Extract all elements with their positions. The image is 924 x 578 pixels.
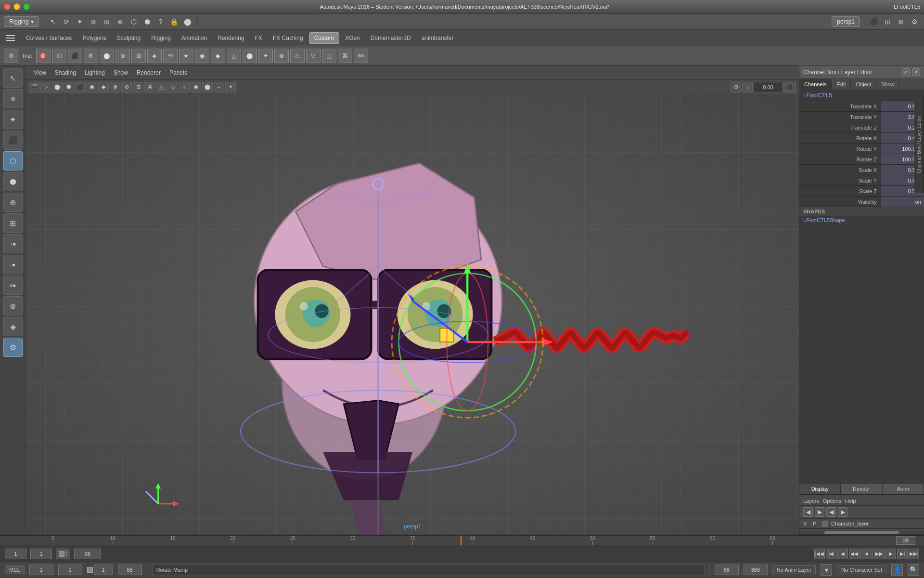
shelf-icon-17[interactable]: ◇: [290, 49, 305, 63]
status-speed[interactable]: [744, 565, 768, 575]
tool-plus-a[interactable]: +■: [3, 234, 23, 253]
shelf-icon-15[interactable]: ✦: [258, 49, 273, 63]
toolbar-lasso-icon[interactable]: ⟳: [61, 16, 72, 27]
cbt-tab-display[interactable]: Display: [799, 484, 841, 494]
tool-paint[interactable]: ⊕: [3, 193, 23, 212]
vp-tool-a2[interactable]: ◉: [191, 82, 201, 92]
layer-v-btn[interactable]: V: [803, 521, 810, 526]
maximize-button[interactable]: [23, 3, 30, 10]
module-fx[interactable]: FX: [250, 33, 267, 43]
layer-p-btn[interactable]: P: [813, 521, 820, 526]
toolbar-prefs-icon[interactable]: ⚙: [909, 16, 920, 27]
vp-tool-cam2[interactable]: △: [156, 82, 167, 92]
playback-goto-start[interactable]: |◀◀: [814, 549, 825, 559]
vp-tool-a1[interactable]: ○: [179, 82, 190, 92]
vp-tool-anim-opt[interactable]: ↕: [742, 82, 753, 92]
layers-btn-2[interactable]: ▶: [815, 507, 824, 517]
tool-list[interactable]: ≡■: [3, 276, 23, 295]
attr-rotate-x[interactable]: Rotate X -0.476: [799, 133, 924, 144]
shelf-icon-19[interactable]: ◫: [322, 49, 336, 63]
shelf-icon-12[interactable]: ◆: [211, 49, 225, 63]
menu-mode-dropdown[interactable]: Rigging ▾: [4, 16, 39, 27]
shelf-icon-20[interactable]: ⌘: [338, 49, 352, 63]
layers-menu-options[interactable]: Options: [823, 498, 841, 504]
vp-tool-smooth[interactable]: ⬛: [75, 82, 86, 92]
timeline-start-input[interactable]: [5, 549, 26, 559]
playback-play[interactable]: ▶▶: [874, 549, 885, 559]
status-command-line[interactable]: Rotate Manip: [152, 565, 705, 575]
vp-tool-snap-opt[interactable]: ⊕: [731, 82, 741, 92]
minimize-button[interactable]: [13, 3, 20, 10]
playback-stop[interactable]: ■: [860, 549, 873, 559]
vp-menu-show[interactable]: Show: [110, 68, 132, 78]
shelf-settings-icon[interactable]: ⚙: [4, 49, 18, 63]
layers-btn-3[interactable]: ◀: [826, 507, 836, 517]
module-fx-caching[interactable]: FX Caching: [268, 33, 308, 43]
cb-tab-object[interactable]: Object: [851, 79, 876, 90]
toolbar-lock-icon[interactable]: 🔒: [168, 16, 180, 27]
tool-rigging[interactable]: ⚙: [3, 338, 23, 357]
toolbar-layout1-icon[interactable]: ⬛: [868, 16, 880, 27]
shelf-icon-18[interactable]: ▽: [306, 49, 321, 63]
playback-goto-end[interactable]: ▶▶|: [909, 549, 919, 559]
playback-step-forward[interactable]: ▶|: [897, 549, 908, 559]
layers-btn-4[interactable]: ▶: [838, 507, 847, 517]
shelf-icon-5[interactable]: ⬤: [100, 49, 114, 63]
shelf-icon-8[interactable]: ◈: [147, 49, 162, 63]
tool-scale[interactable]: ⬛: [3, 131, 23, 150]
attr-scale-z[interactable]: Scale Z 0.594: [799, 186, 924, 197]
char-set-search-btn[interactable]: 🔍: [908, 564, 919, 576]
shelf-icon-3[interactable]: ⬛: [68, 49, 82, 63]
tool-minus-a[interactable]: -■: [3, 255, 23, 274]
status-playback-end[interactable]: [715, 565, 739, 575]
shelf-icon-13[interactable]: △: [227, 49, 241, 63]
shelf-icon-11[interactable]: ◉: [195, 49, 209, 63]
shelf-icon-2[interactable]: ⬡: [52, 49, 66, 63]
shelf-icon-16[interactable]: ⊗: [274, 49, 289, 63]
attr-rotate-y[interactable]: Rotate Y 100.335: [799, 144, 924, 154]
module-sculpting[interactable]: Sculpting: [112, 33, 145, 43]
vp-tool-cam[interactable]: 🎬: [29, 82, 39, 92]
vp-tool-hud[interactable]: ⌘: [144, 82, 155, 92]
tool-grid[interactable]: ⊞: [3, 213, 23, 233]
close-button[interactable]: [4, 3, 11, 10]
playback-next-frame[interactable]: ▶: [886, 549, 896, 559]
vp-tool-grid[interactable]: ⊞: [133, 82, 143, 92]
toolbar-help-icon[interactable]: ?: [155, 16, 167, 27]
vp-tool-extra[interactable]: ⬛: [783, 82, 796, 92]
vp-tool-ao[interactable]: ⊕: [121, 82, 132, 92]
tool-move[interactable]: ✦: [3, 110, 23, 129]
layers-menu-help[interactable]: Help: [845, 498, 856, 504]
module-polygons[interactable]: Polygons: [77, 33, 111, 43]
toolbar-snap-icon[interactable]: ⊕: [88, 16, 99, 27]
module-rendering[interactable]: Rendering: [213, 33, 249, 43]
module-custom[interactable]: Custom: [309, 32, 339, 44]
playback-prev-frame[interactable]: ◀: [837, 549, 848, 559]
status-frame-current[interactable]: [58, 565, 82, 575]
shelf-icon-14[interactable]: ⬤: [243, 49, 257, 63]
vp-menu-lighting[interactable]: Lighting: [81, 68, 109, 78]
vp-menu-shading[interactable]: Shading: [51, 68, 80, 78]
vp-menu-renderer[interactable]: Renderer: [133, 68, 165, 78]
toolbar-deform-icon[interactable]: ⬢: [141, 16, 153, 27]
anim-layer-label[interactable]: No Anim Layer: [772, 565, 816, 574]
status-frame-end[interactable]: [118, 565, 142, 575]
hamburger-menu[interactable]: [4, 31, 17, 45]
cb-close-btn[interactable]: ✕: [912, 68, 920, 76]
vp-tool-wire[interactable]: ⬢: [64, 82, 74, 92]
char-set-icon-btn[interactable]: 👤: [891, 564, 903, 576]
vp-tool-arrows[interactable]: ↔: [214, 82, 224, 92]
playback-step-back[interactable]: |◀: [826, 549, 836, 559]
module-xgen[interactable]: XGen: [340, 33, 365, 43]
char-set-label[interactable]: No Character Set: [837, 565, 886, 574]
toolbar-move-icon[interactable]: ⊞: [101, 16, 113, 27]
toolbar-render-icon[interactable]: ⬤: [182, 16, 193, 27]
module-curves-surfaces[interactable]: Curves / Surfaces: [21, 33, 77, 43]
vp-tool-rec[interactable]: ⬤: [52, 82, 63, 92]
module-domemaster[interactable]: Domemaster3D: [366, 33, 416, 43]
toolbar-layout2-icon[interactable]: ⊞: [882, 16, 893, 27]
vp-tool-shadow[interactable]: ⊗: [110, 82, 120, 92]
tool-snap[interactable]: ⊗: [3, 296, 23, 315]
shelf-iso-icon[interactable]: iso: [354, 49, 368, 63]
toolbar-rotate-icon[interactable]: ⊗: [115, 16, 126, 27]
